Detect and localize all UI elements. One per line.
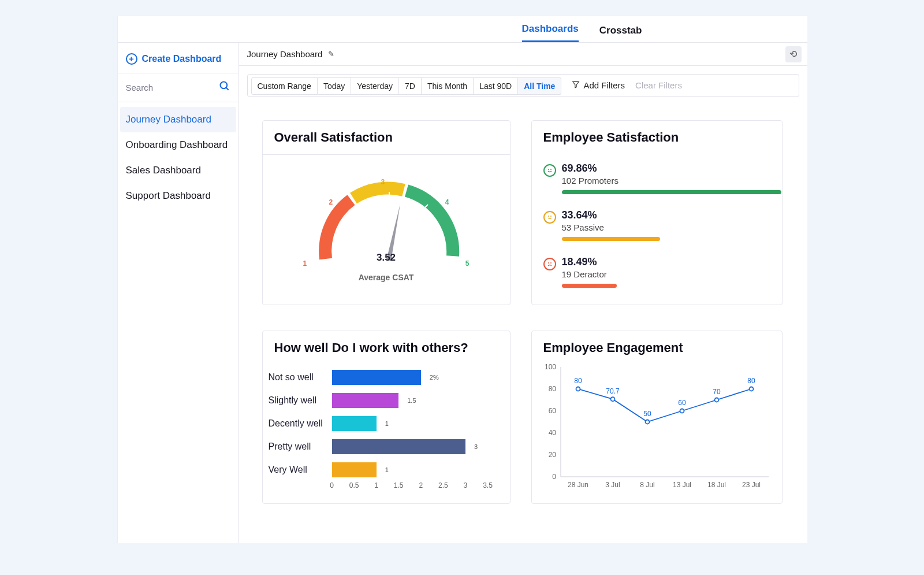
gauge-tick-1: 1 — [303, 259, 307, 268]
satisfaction-row-orange: 33.64% 53 Passive — [543, 209, 770, 241]
sidebar-item-sales-dashboard[interactable]: Sales Dashboard — [118, 158, 239, 183]
clear-filters-button[interactable]: Clear Filters — [635, 80, 682, 90]
hbar-xtick: 2.5 — [438, 481, 448, 489]
card-title: Overall Satisfaction — [274, 130, 498, 145]
hbar-xtick: 2 — [419, 481, 423, 489]
hbar-bar — [332, 416, 377, 431]
gauge-value: 3.52 — [377, 252, 396, 264]
hbar-xtick: 0 — [330, 481, 334, 489]
card-overall-satisfaction: Overall Satisfaction — [262, 120, 511, 305]
range-custom-range[interactable]: Custom Range — [251, 77, 318, 95]
svg-text:80: 80 — [548, 385, 556, 393]
refresh-button[interactable]: ⟲ — [785, 46, 802, 62]
funnel-icon — [572, 80, 580, 90]
svg-point-8 — [550, 169, 552, 170]
range-7d[interactable]: 7D — [399, 77, 422, 95]
svg-text:28 Jun: 28 Jun — [567, 481, 588, 489]
card-employee-satisfaction: Employee Satisfaction 69.86% 102 Promote… — [531, 120, 783, 305]
svg-text:70: 70 — [713, 388, 721, 396]
hbar-row: Decently well 1 — [269, 412, 498, 435]
face-icon — [543, 164, 556, 177]
sidebar-item-onboarding-dashboard[interactable]: Onboarding Dashboard — [118, 132, 239, 158]
satisfaction-bar — [562, 284, 617, 288]
edit-title-icon[interactable]: ✎ — [328, 50, 334, 58]
svg-text:13 Jul: 13 Jul — [672, 481, 691, 489]
hbar-label: Decently well — [269, 418, 326, 429]
satisfaction-row-green: 69.86% 102 Promoters — [543, 162, 770, 194]
tab-crosstab[interactable]: Crosstab — [599, 25, 642, 42]
card-work-with-others: How well Do I work with others? Not so w… — [262, 331, 511, 504]
sidebar-search[interactable]: Search — [118, 73, 239, 102]
filter-bar: Custom RangeTodayYesterday7DThis MonthLa… — [247, 74, 799, 97]
search-placeholder: Search — [126, 83, 154, 92]
svg-point-9 — [548, 216, 549, 217]
svg-text:80: 80 — [574, 377, 582, 385]
svg-marker-5 — [387, 204, 400, 258]
add-filters-button[interactable]: Add Filters — [572, 80, 625, 90]
sidebar-item-support-dashboard[interactable]: Support Dashboard — [118, 183, 239, 209]
svg-point-34 — [714, 398, 718, 402]
satisfaction-sub: 102 Promoters — [562, 176, 781, 186]
svg-point-7 — [548, 169, 549, 170]
date-range-group: Custom RangeTodayYesterday7DThis MonthLa… — [248, 75, 562, 97]
hbar-xtick: 1.5 — [394, 481, 404, 489]
svg-text:8 Jul: 8 Jul — [640, 481, 654, 489]
svg-point-37 — [749, 387, 753, 391]
range-this-month[interactable]: This Month — [422, 77, 474, 95]
svg-point-0 — [220, 81, 227, 88]
sidebar-item-journey-dashboard[interactable]: Journey Dashboard — [120, 107, 236, 132]
satisfaction-bar — [562, 237, 660, 241]
svg-text:18 Jul: 18 Jul — [707, 481, 725, 489]
svg-text:70.7: 70.7 — [606, 387, 620, 395]
range-yesterday[interactable]: Yesterday — [351, 77, 399, 95]
create-dashboard-button[interactable]: + Create Dashboard — [118, 47, 239, 73]
hbar-value: 2% — [430, 374, 439, 381]
gauge-tick-4: 4 — [445, 198, 449, 206]
title-bar: Journey Dashboard ✎ ⟲ — [239, 43, 807, 66]
line-chart: 0204060801008028 Jun70.73 Jul508 Jul6013… — [535, 361, 777, 494]
hbar-bar — [332, 393, 399, 408]
hbar-xtick: 1 — [374, 481, 378, 489]
svg-text:0: 0 — [552, 473, 556, 481]
tab-dashboards[interactable]: Dashboards — [522, 23, 579, 42]
hbar-bar — [332, 462, 377, 477]
satisfaction-pct: 69.86% — [562, 162, 781, 175]
card-title: Employee Engagement — [543, 340, 770, 355]
svg-text:3 Jul: 3 Jul — [605, 481, 620, 489]
card-title: Employee Satisfaction — [543, 130, 770, 145]
hbar-xtick: 0.5 — [349, 481, 359, 489]
svg-text:80: 80 — [747, 377, 755, 385]
svg-text:40: 40 — [548, 429, 556, 437]
hbar-label: Very Well — [269, 465, 326, 475]
svg-text:50: 50 — [643, 410, 651, 418]
hbar-value: 3 — [474, 443, 478, 450]
range-all-time[interactable]: All Time — [518, 77, 561, 95]
range-today[interactable]: Today — [318, 77, 351, 95]
svg-point-31 — [680, 409, 684, 413]
hbar-xtick: 3 — [464, 481, 468, 489]
svg-text:60: 60 — [548, 407, 556, 415]
svg-point-10 — [550, 216, 552, 217]
search-icon — [219, 80, 230, 95]
hbar-value: 1 — [385, 420, 389, 427]
svg-text:100: 100 — [544, 363, 556, 371]
svg-marker-2 — [573, 81, 579, 88]
sidebar: + Create Dashboard Search Journey Dashbo… — [118, 43, 239, 543]
svg-point-25 — [610, 397, 614, 401]
hbar-row: Pretty well 3 — [269, 435, 498, 458]
gauge-tick-2: 2 — [329, 198, 333, 206]
satisfaction-row-red: 18.49% 19 Deractor — [543, 256, 770, 288]
satisfaction-pct: 18.49% — [562, 256, 770, 268]
svg-point-12 — [548, 262, 549, 264]
page-title: Journey Dashboard — [247, 49, 323, 59]
range-last-90d[interactable]: Last 90D — [474, 77, 518, 95]
hbar-label: Slightly well — [269, 395, 326, 406]
plus-circle-icon: + — [126, 53, 137, 65]
satisfaction-bar — [562, 190, 781, 194]
hbar-row: Not so well 2% — [269, 366, 498, 389]
hbar-value: 1 — [385, 466, 389, 473]
hbar-row: Very Well 1 — [269, 458, 498, 481]
svg-text:60: 60 — [678, 399, 686, 407]
satisfaction-sub: 53 Passive — [562, 222, 770, 232]
hbar-bar — [332, 439, 465, 454]
